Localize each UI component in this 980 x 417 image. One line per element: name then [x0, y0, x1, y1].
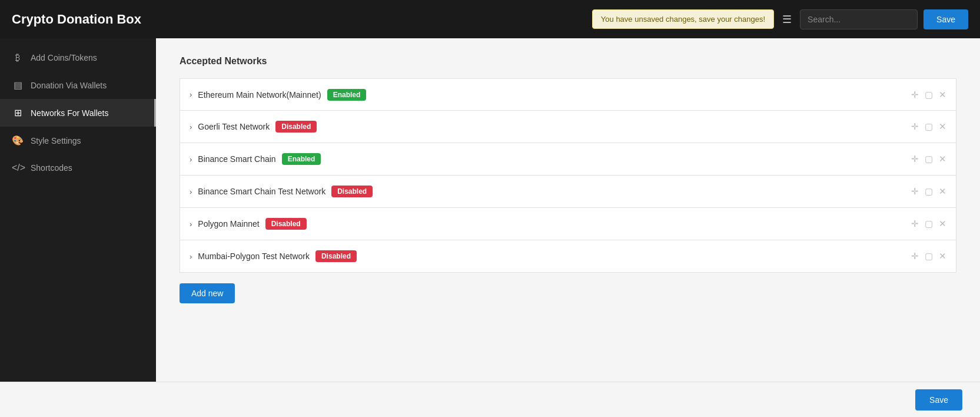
sidebar-item-style-settings[interactable]: 🎨 Style Settings	[0, 127, 156, 154]
row-actions: ✛▢✕	[911, 186, 946, 197]
sidebar-label-shortcodes: Shortcodes	[31, 163, 72, 173]
status-badge: Enabled	[282, 153, 321, 165]
status-badge: Disabled	[331, 186, 373, 197]
network-name: Ethereum Main Network(Mainnet)	[198, 90, 321, 100]
app-header: Crypto Donation Box You have unsaved cha…	[0, 0, 980, 38]
network-name: Mumbai-Polygon Test Network	[198, 251, 310, 261]
sidebar-label-networks-for-wallets: Networks For Wallets	[31, 108, 109, 118]
row-actions: ✛▢✕	[911, 121, 946, 132]
save-button-header[interactable]: Save	[923, 9, 968, 29]
add-new-button[interactable]: Add new	[180, 283, 235, 303]
row-actions: ✛▢✕	[911, 90, 946, 100]
app-title: Crypto Donation Box	[12, 12, 592, 27]
close-icon[interactable]: ✕	[939, 219, 946, 229]
expand-chevron-icon[interactable]: ›	[190, 90, 192, 99]
status-badge: Disabled	[315, 250, 357, 262]
main-layout: ₿ Add Coins/Tokens ▤ Donation Via Wallet…	[0, 38, 980, 382]
move-icon[interactable]: ✛	[911, 90, 919, 100]
search-input[interactable]	[800, 9, 918, 29]
close-icon[interactable]: ✕	[939, 154, 946, 164]
status-badge: Disabled	[275, 121, 317, 133]
networks-list: ›Ethereum Main Network(Mainnet)Enabled✛▢…	[180, 78, 956, 273]
expand-chevron-icon[interactable]: ›	[190, 123, 192, 131]
move-icon[interactable]: ✛	[911, 251, 919, 262]
network-row: ›Mumbai-Polygon Test NetworkDisabled✛▢✕	[180, 240, 956, 273]
save-button-footer[interactable]: Save	[915, 389, 962, 411]
network-row: ›Goerli Test NetworkDisabled✛▢✕	[180, 111, 956, 143]
status-badge: Disabled	[265, 218, 307, 230]
expand-chevron-icon[interactable]: ›	[190, 187, 192, 196]
row-actions: ✛▢✕	[911, 251, 946, 262]
network-icon: ⊞	[12, 107, 24, 118]
header-actions: You have unsaved changes, save your chan…	[592, 9, 968, 29]
sidebar-item-donation-via-wallets[interactable]: ▤ Donation Via Wallets	[0, 71, 156, 99]
wallet-icon: ▤	[12, 80, 24, 91]
expand-chevron-icon[interactable]: ›	[190, 220, 192, 229]
list-icon[interactable]: ☰	[780, 11, 794, 28]
network-row: ›Binance Smart Chain Test NetworkDisable…	[180, 176, 956, 208]
move-icon[interactable]: ✛	[911, 219, 919, 229]
sidebar-label-style-settings: Style Settings	[31, 136, 81, 145]
sidebar-label-add-coins: Add Coins/Tokens	[31, 53, 97, 62]
unsaved-notice: You have unsaved changes, save your chan…	[592, 9, 774, 29]
close-icon[interactable]: ✕	[939, 186, 946, 197]
row-actions: ✛▢✕	[911, 154, 946, 164]
sidebar-item-networks-for-wallets[interactable]: ⊞ Networks For Wallets	[0, 99, 156, 127]
code-icon: </>	[12, 163, 24, 173]
network-name: Polygon Mainnet	[198, 219, 259, 229]
network-name: Binance Smart Chain Test Network	[198, 187, 325, 196]
copy-icon[interactable]: ▢	[925, 251, 933, 262]
palette-icon: 🎨	[12, 135, 24, 146]
expand-chevron-icon[interactable]: ›	[190, 252, 192, 261]
network-row: ›Ethereum Main Network(Mainnet)Enabled✛▢…	[180, 78, 956, 111]
network-name: Goerli Test Network	[198, 122, 270, 131]
copy-icon[interactable]: ▢	[925, 121, 933, 132]
move-icon[interactable]: ✛	[911, 154, 919, 164]
sidebar: ₿ Add Coins/Tokens ▤ Donation Via Wallet…	[0, 38, 156, 382]
row-actions: ✛▢✕	[911, 219, 946, 229]
close-icon[interactable]: ✕	[939, 251, 946, 262]
section-title: Accepted Networks	[180, 56, 956, 67]
move-icon[interactable]: ✛	[911, 121, 919, 132]
copy-icon[interactable]: ▢	[925, 90, 933, 100]
copy-icon[interactable]: ▢	[925, 186, 933, 197]
status-badge: Enabled	[327, 89, 367, 101]
bitcoin-icon: ₿	[12, 52, 24, 63]
content-area: Accepted Networks ›Ethereum Main Network…	[156, 38, 980, 382]
copy-icon[interactable]: ▢	[925, 219, 933, 229]
close-icon[interactable]: ✕	[939, 121, 946, 132]
network-row: ›Binance Smart ChainEnabled✛▢✕	[180, 143, 956, 176]
copy-icon[interactable]: ▢	[925, 154, 933, 164]
close-icon[interactable]: ✕	[939, 90, 946, 100]
network-name: Binance Smart Chain	[198, 154, 275, 164]
page-footer: Save	[0, 382, 980, 417]
network-row: ›Polygon MainnetDisabled✛▢✕	[180, 208, 956, 240]
sidebar-item-add-coins[interactable]: ₿ Add Coins/Tokens	[0, 44, 156, 71]
move-icon[interactable]: ✛	[911, 186, 919, 197]
sidebar-label-donation-via-wallets: Donation Via Wallets	[31, 81, 107, 90]
sidebar-item-shortcodes[interactable]: </> Shortcodes	[0, 154, 156, 181]
expand-chevron-icon[interactable]: ›	[190, 155, 192, 164]
